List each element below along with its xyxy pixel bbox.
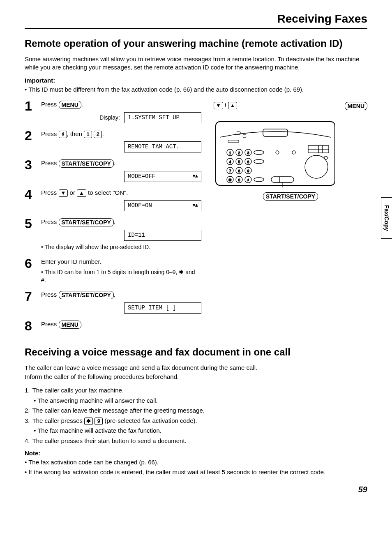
- step-num: 2: [25, 129, 35, 152]
- step-text: Press: [41, 291, 59, 298]
- step-5: 5 Press START/SET/COPY. ID=11 The displa…: [25, 217, 201, 251]
- step-text: Press: [41, 130, 59, 137]
- lcd-text: MODE=ON: [128, 202, 152, 210]
- list-num: 1.: [25, 387, 30, 394]
- step-num: 4: [25, 188, 35, 211]
- svg-text:5: 5: [238, 160, 240, 164]
- lcd-display: MODE=ON▼▲: [124, 200, 201, 211]
- svg-point-33: [254, 178, 264, 182]
- important-bullet: This ID must be different from the fax a…: [25, 85, 367, 94]
- step-text: .: [81, 101, 83, 108]
- menu-key: MENU: [59, 101, 81, 109]
- list-num: 3.: [25, 417, 30, 424]
- list-item: 4.The caller presses their start button …: [25, 436, 367, 446]
- lcd-display: ID=11: [124, 230, 201, 241]
- svg-point-29: [254, 150, 264, 155]
- list-text: The caller calls your fax machine.: [32, 387, 124, 394]
- svg-text:1: 1: [229, 151, 231, 155]
- svg-text:♯: ♯: [247, 178, 249, 182]
- nine-key: 9: [95, 418, 103, 425]
- step-text: Press: [41, 218, 59, 225]
- step-text: to select "ON".: [86, 189, 128, 196]
- svg-text:8: 8: [238, 169, 240, 173]
- list-item: 1.The caller calls your fax machine.: [25, 386, 367, 395]
- note-label: Note:: [25, 450, 367, 457]
- svg-point-32: [254, 159, 264, 164]
- section1-intro: Some answering machines will allow you t…: [25, 55, 367, 72]
- step-num: 1: [25, 99, 35, 123]
- lcd-text: REMOTE TAM ACT.: [128, 143, 180, 151]
- step-text: Press: [41, 189, 59, 196]
- section1-heading: Remote operation of your answering machi…: [25, 38, 367, 49]
- step-text: .: [114, 218, 115, 225]
- step-4: 4 Press ▼ or ▲ to select "ON". MODE=ON▼▲: [25, 188, 201, 211]
- section2-heading: Receiving a voice message and fax docume…: [25, 346, 367, 358]
- start-set-copy-key: START/SET/COPY: [59, 218, 114, 226]
- step-8: 8 Press MENU.: [25, 319, 201, 332]
- arrows-icon: ▼▲: [193, 173, 198, 180]
- section2-intro-a: The caller can leave a voice message and…: [25, 364, 367, 372]
- svg-rect-4: [228, 140, 239, 143]
- list-num: 2.: [25, 407, 30, 414]
- svg-text:✱: ✱: [228, 178, 232, 182]
- page-number: 59: [25, 485, 367, 494]
- list-text: The caller can leave their message after…: [32, 407, 205, 414]
- svg-rect-3: [263, 129, 288, 136]
- svg-rect-34: [271, 177, 294, 182]
- svg-point-31: [292, 151, 295, 154]
- lcd-text: SETUP ITEM [ ]: [128, 304, 176, 312]
- svg-text:6: 6: [247, 160, 249, 164]
- arrows-icon: ▼▲: [193, 202, 198, 209]
- list-item: 3.The caller presses ✱ 9 (pre-selected f…: [25, 416, 367, 426]
- up-key-icon: ▲: [228, 102, 238, 109]
- step-3: 3 Press START/SET/COPY. MODE=OFF▼▲: [25, 158, 201, 182]
- page-content: Receiving Faxes Remote operation of your…: [0, 0, 392, 507]
- fax-device-illustration: 1 2 3 4 5 6 7 8 9 ✱ 0 ♯: [214, 113, 337, 187]
- svg-text:4: 4: [229, 160, 231, 164]
- svg-point-2: [243, 134, 246, 138]
- step-sub: The display will show the pre-selected I…: [41, 243, 201, 251]
- step-text: , then: [67, 130, 84, 137]
- svg-text:2: 2: [238, 151, 240, 155]
- svg-text:9: 9: [247, 169, 249, 173]
- list-num: 4.: [25, 437, 30, 444]
- lcd-display: SETUP ITEM [ ]: [124, 302, 201, 314]
- step-num: 3: [25, 158, 35, 182]
- lcd-text: 1.SYSTEM SET UP: [128, 114, 180, 122]
- section2-intro-b: Inform the caller of the following proce…: [25, 373, 367, 381]
- step-num: 8: [25, 319, 35, 332]
- lcd-text: MODE=OFF: [128, 173, 155, 180]
- hash-key: ♯: [59, 131, 67, 138]
- step-sub: This ID can be from 1 to 5 digits in len…: [41, 268, 201, 284]
- list-text: (pre-selected fax activation code).: [103, 417, 197, 424]
- lcd-display: 1.SYSTEM SET UP: [124, 112, 201, 123]
- start-set-copy-key: START/SET/COPY: [59, 291, 114, 299]
- list-text: The caller presses their start button to…: [32, 437, 187, 444]
- step-1: 1 Press MENU. Display: 1.SYSTEM SET UP: [25, 99, 201, 123]
- step-text: Press: [41, 321, 59, 328]
- down-key: ▼: [59, 189, 68, 197]
- step-num: 5: [25, 217, 35, 251]
- step-text: .: [81, 321, 83, 328]
- lcd-display: REMOTE TAM ACT.: [124, 141, 201, 152]
- two-key: 2: [94, 131, 102, 138]
- menu-key-label: MENU: [345, 102, 367, 110]
- step-6: 6 Enter your ID number. This ID can be f…: [25, 257, 201, 284]
- svg-text:0: 0: [238, 178, 240, 182]
- lcd-text: ID=11: [128, 231, 145, 239]
- step-text: .: [114, 159, 115, 166]
- device-illustration-column: ▼ / ▲ MENU 1 2 3 4 5 6 7 8: [214, 99, 367, 201]
- step-text: .: [102, 130, 104, 137]
- list-sub: The answering machine will answer the ca…: [34, 396, 367, 406]
- step-text: Enter your ID number.: [41, 258, 101, 265]
- steps-column: 1 Press MENU. Display: 1.SYSTEM SET UP 2…: [25, 99, 201, 338]
- step-num: 6: [25, 257, 35, 284]
- list-text: The caller presses: [32, 417, 85, 424]
- step-text: Press: [41, 159, 59, 166]
- svg-point-37: [324, 156, 327, 159]
- down-key-icon: ▼: [214, 102, 223, 109]
- svg-text:7: 7: [229, 169, 231, 173]
- menu-key: MENU: [59, 321, 81, 329]
- list-item: 2.The caller can leave their message aft…: [25, 406, 367, 415]
- one-key: 1: [84, 131, 92, 138]
